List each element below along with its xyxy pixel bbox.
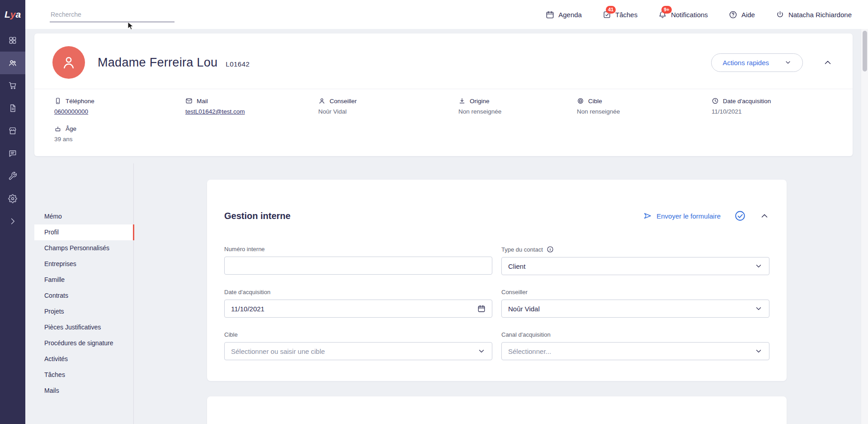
info-circle-icon[interactable] [547, 246, 554, 253]
chevron-up-icon [760, 211, 769, 221]
logo-text-2: a [15, 9, 21, 20]
mail-icon [185, 97, 193, 105]
date-acquisition-input[interactable]: 11/10/2021 [224, 300, 492, 318]
subnav-label: Profil [44, 228, 59, 236]
canal-acquisition-select[interactable]: Sélectionner... [501, 342, 769, 360]
subnav-label: Mails [44, 386, 59, 395]
send-form-label: Envoyer le formulaire [656, 212, 721, 220]
subnav-item-entreprises[interactable]: Entreprises [34, 256, 133, 272]
chevron-down-icon [755, 305, 763, 313]
notifications-label: Notifications [671, 11, 708, 19]
form-column: Gestion interne Envoyer le formulaire [134, 163, 853, 424]
subnav-item-pieces-justificatives[interactable]: Pièces Justificatives [34, 319, 133, 335]
store-icon [8, 126, 17, 135]
subnav-item-mails[interactable]: Mails [34, 383, 133, 399]
profile-card-header: Madame Ferreira Lou L01642 Actions rapid… [34, 33, 853, 89]
user-name: Natacha Richiardone [788, 11, 852, 19]
send-form-button[interactable]: Envoyer le formulaire [643, 211, 721, 220]
subnav-label: Activités [44, 355, 68, 363]
chevron-down-icon [784, 59, 792, 66]
sidebar-item-messages[interactable] [0, 142, 25, 165]
type-contact-select[interactable]: Client [501, 257, 769, 275]
notifications-button[interactable]: 9+ Notifications [658, 10, 708, 19]
sidebar-expand[interactable] [0, 210, 25, 233]
scrollbar-thumb[interactable] [863, 31, 867, 71]
field-canal-acquisition: Canal d'acquisition Sélectionner... [501, 331, 769, 360]
target-icon [577, 97, 584, 105]
conseiller-select[interactable]: Noûr Vidal [501, 300, 769, 318]
collapse-profile-button[interactable] [823, 57, 833, 67]
tasks-button[interactable]: 41 Tâches [603, 10, 637, 19]
select-placeholder: Sélectionner... [508, 348, 551, 355]
field-label: Date d'acquisition [224, 289, 492, 295]
document-icon [8, 104, 17, 113]
sidebar-item-dashboard[interactable] [0, 29, 25, 52]
subnav-label: Procédures de signature [44, 339, 113, 347]
wrench-icon [8, 172, 17, 181]
cake-icon [54, 125, 61, 132]
phone-icon [54, 97, 61, 105]
quick-actions-label: Actions rapides [722, 59, 769, 67]
sidebar-item-cart[interactable] [0, 74, 25, 97]
client-reference: L01642 [226, 60, 250, 68]
app-logo[interactable]: Lya [5, 0, 21, 29]
gear-icon [8, 194, 17, 203]
identite-card: Identité [207, 396, 787, 424]
subnav-item-activites[interactable]: Activités [34, 351, 133, 367]
mail-link[interactable]: testL01642@test.com [185, 108, 318, 115]
tasks-label: Tâches [615, 11, 637, 19]
tasks-badge: 41 [606, 6, 616, 14]
top-bar: Agenda 41 Tâches 9+ Notifications [25, 0, 868, 29]
search-input[interactable] [50, 7, 175, 22]
info-label: Téléphone [66, 98, 94, 105]
field-date-acquisition: Date d'acquisition 11/10/2021 [224, 289, 492, 318]
subnav-item-famille[interactable]: Famille [34, 272, 133, 288]
subnav-item-projets[interactable]: Projets [34, 304, 133, 319]
notifications-badge: 9+ [661, 6, 672, 14]
help-button[interactable]: Aide [729, 10, 755, 19]
sidebar-item-tools[interactable] [0, 165, 25, 187]
subnav-item-champs-personnalises[interactable]: Champs Personnalisés [34, 240, 133, 256]
field-label: Conseiller [501, 289, 769, 295]
subnav-item-profil[interactable]: Profil [34, 224, 133, 240]
sidebar-item-documents[interactable] [0, 97, 25, 119]
sidebar-item-contacts[interactable] [0, 52, 25, 74]
user-menu-button[interactable]: Natacha Richiardone [776, 10, 852, 19]
vertical-scrollbar[interactable] [861, 29, 868, 424]
subnav-label: Pièces Justificatives [44, 323, 101, 331]
sidebar: Lya [0, 0, 25, 424]
cible-select[interactable]: Sélectionner ou saisir une cible [224, 342, 492, 360]
subnav-item-procedures-signature[interactable]: Procédures de signature [34, 335, 133, 351]
info-date-acquisition: Date d'acquisition 11/10/2021 [712, 97, 835, 115]
subnav-label: Entreprises [44, 260, 76, 268]
origin-icon [458, 97, 466, 105]
subnav-item-taches[interactable]: Tâches [34, 367, 133, 383]
collapse-gestion-button[interactable] [760, 211, 769, 221]
page-title: Madame Ferreira Lou [98, 56, 217, 70]
cart-icon [8, 81, 17, 90]
chevron-down-icon [477, 347, 486, 355]
send-icon [643, 211, 652, 220]
field-numero-interne: Numéro interne [224, 246, 492, 275]
quick-actions-button[interactable]: Actions rapides [711, 53, 803, 72]
subnav-label: Tâches [44, 371, 65, 379]
subnav-label: Contrats [44, 291, 68, 300]
numero-interne-input[interactable] [224, 257, 492, 275]
date-value: 11/10/2021 [231, 305, 264, 313]
info-label: Cible [588, 98, 602, 105]
person-icon [318, 97, 326, 105]
subnav-item-contrats[interactable]: Contrats [34, 288, 133, 304]
info-conseiller: Conseiller Noûr Vidal [318, 97, 458, 115]
power-icon [776, 10, 784, 19]
identite-header: Identité [224, 396, 769, 424]
selected-value: Noûr Vidal [508, 305, 540, 313]
info-mail: Mail testL01642@test.com [185, 97, 318, 115]
agenda-button[interactable]: Agenda [546, 10, 582, 19]
sidebar-item-settings[interactable] [0, 187, 25, 210]
sidebar-item-store[interactable] [0, 119, 25, 142]
subnav-label: Famille [44, 276, 65, 284]
calendar-icon[interactable] [477, 305, 486, 313]
subnav-item-memo[interactable]: Mémo [34, 209, 133, 224]
main-content: Madame Ferreira Lou L01642 Actions rapid… [25, 29, 868, 424]
phone-link[interactable]: 0600000000 [54, 108, 185, 115]
